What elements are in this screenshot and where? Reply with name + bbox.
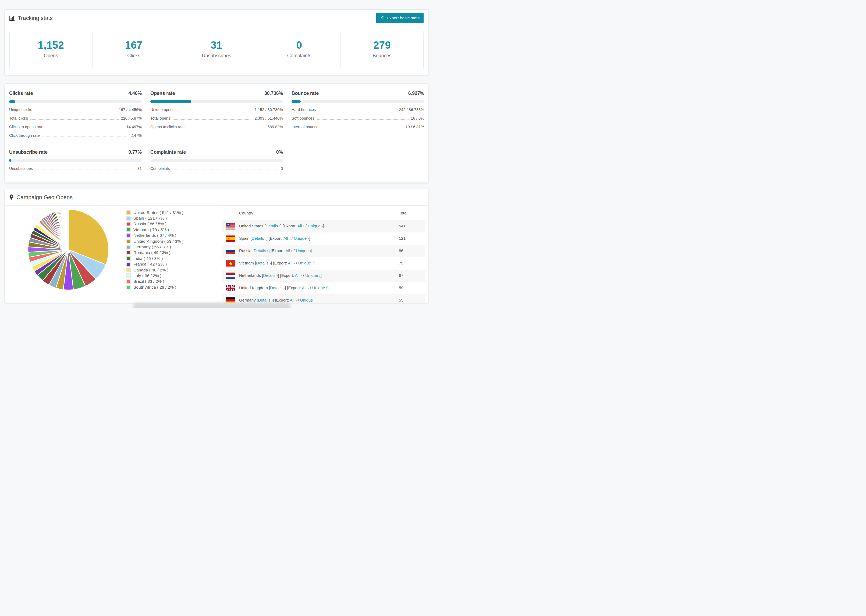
legend-swatch	[126, 216, 131, 221]
bracket-close: ]	[328, 285, 329, 290]
export-all-link[interactable]: All ›	[283, 236, 290, 240]
stat-cell-clicks: 167Clicks	[93, 32, 175, 69]
dotted-leader	[35, 111, 116, 111]
legend-swatch	[126, 273, 131, 278]
rate-percent: 6.927%	[408, 91, 424, 96]
total-value: 541	[399, 224, 406, 228]
gb-flag-icon	[226, 285, 235, 291]
tracking-stats-title-wrap: Tracking stats	[9, 15, 53, 21]
stat-row-value: 1,152 / 30.736%	[254, 107, 283, 112]
geo-table-body: United States [Details ›] [Export: All ›…	[222, 220, 425, 303]
legend-label: Netherlands ( 67 / 4% )	[134, 233, 176, 238]
country-name: United Kingdom [	[239, 285, 270, 290]
geo-table-row-united-kingdom: United Kingdom [Details ›] [Export: All …	[222, 282, 425, 294]
bracket-close: ]	[309, 236, 310, 240]
us-flag-icon	[226, 223, 235, 229]
total-value: 59	[399, 285, 403, 290]
total-value: 121	[399, 236, 406, 240]
map-pin-icon	[9, 194, 13, 200]
geo-table: Country Total United States [Details ›] …	[222, 206, 425, 303]
country-name: Vietnam [	[239, 261, 256, 265]
stat-label: Complaints	[258, 53, 340, 58]
export-button-label: Export basic stats	[387, 16, 420, 20]
rate-block-opens-rate: Opens rate30.736%Unique opens1,152 / 30.…	[150, 91, 283, 138]
stat-cell-bounces: 279Bounces	[341, 32, 423, 69]
rate-stat-row: Hard bounces242 / 86.738%	[291, 107, 424, 112]
legend-label: Russia ( 86 / 5% )	[134, 222, 167, 226]
export-basic-stats-button[interactable]: Export basic stats	[376, 13, 424, 23]
stat-row-value: 2,303 / 61.446%	[254, 116, 283, 120]
geo-table-row-vietnam: Vietnam [Details ›] [Export: All › / Uni…	[222, 257, 425, 270]
export-all-link[interactable]: All ›	[286, 248, 293, 253]
export-unique-link[interactable]: Unique ›	[300, 298, 315, 302]
rate-progress-track	[9, 159, 142, 162]
country-name: Russia [	[239, 248, 254, 253]
legend-swatch	[126, 239, 131, 244]
dotted-leader	[177, 111, 252, 111]
rate-percent: 0%	[276, 149, 283, 155]
legend-item-vietnam: Vietnam ( 79 / 5% )	[126, 227, 183, 233]
rate-stat-row: Total opens2,303 / 61.446%	[150, 116, 283, 120]
export-all-link[interactable]: All ›	[302, 285, 309, 290]
stat-label: Bounces	[341, 53, 423, 58]
details-link[interactable]: Details ›	[254, 248, 268, 253]
export-all-link[interactable]: All ›	[288, 261, 295, 265]
pie-slice	[68, 209, 68, 250]
legend-item-india: India ( 46 / 3% )	[126, 256, 183, 261]
rate-title: Clicks rate	[9, 91, 33, 96]
export-unique-link[interactable]: Unique ›	[298, 261, 313, 265]
dotted-leader	[35, 170, 135, 170]
bracket-close: ]	[313, 261, 315, 265]
geo-opens-card: Campaign Geo Opens United States ( 541 /…	[5, 189, 428, 303]
details-link[interactable]: Details ›	[252, 236, 266, 240]
legend-swatch	[126, 227, 131, 232]
stat-row-label: Soft bounces	[291, 116, 314, 120]
details-link[interactable]: Details ›	[256, 261, 271, 265]
legend-label: France ( 42 / 2% )	[134, 262, 167, 267]
rate-title: Complaints rate	[150, 149, 186, 155]
geo-table-row-spain: Spain [Details ›] [Export: All › / Uniqu…	[222, 233, 425, 245]
rate-stat-row: Click through rate4.147%	[9, 133, 142, 138]
legend-swatch	[126, 233, 131, 238]
rate-progress-fill	[150, 100, 191, 103]
export-all-link[interactable]: All ›	[290, 298, 297, 302]
details-link[interactable]: Details ›	[265, 224, 280, 228]
export-unique-link[interactable]: Unique ›	[312, 285, 328, 290]
details-link[interactable]: Details ›	[263, 273, 278, 278]
dotted-leader	[46, 128, 124, 128]
stat-row-value: 18 / 0%	[411, 116, 424, 120]
vn-flag-icon	[226, 260, 235, 267]
stat-row-label: Unsubscribes	[9, 167, 33, 171]
export-unique-link[interactable]: Unique ›	[308, 224, 323, 228]
rate-stat-row: Unsubscribes31	[9, 167, 142, 171]
rate-percent: 4.46%	[128, 91, 142, 96]
stat-row-value: 220 / 5.87%	[121, 116, 142, 120]
export-unique-link[interactable]: Unique ›	[305, 273, 321, 278]
legend-swatch	[126, 222, 131, 226]
tracking-stats-header: Tracking stats Export basic stats	[5, 10, 428, 26]
legend-swatch	[126, 245, 131, 250]
stat-row-value: 689.82%	[268, 125, 283, 129]
details-link[interactable]: Details ›	[270, 285, 285, 290]
dotted-leader	[187, 128, 265, 128]
total-value: 86	[399, 248, 403, 253]
export-all-link[interactable]: All ›	[295, 273, 302, 278]
details-link[interactable]: Details ›	[258, 298, 273, 302]
legend-swatch	[126, 210, 131, 215]
export-all-link[interactable]: All ›	[298, 224, 304, 228]
stat-row-label: Total clicks	[9, 116, 28, 120]
stat-row-value: 14.497%	[126, 125, 142, 129]
stat-label: Opens	[10, 53, 92, 58]
export-unique-link[interactable]: Unique ›	[294, 236, 309, 240]
bracket-close: ]	[323, 224, 324, 228]
stat-row-value: 31	[137, 167, 142, 171]
country-name: Spain [	[239, 236, 252, 240]
stat-row-label: Clicks to opens rate	[9, 125, 43, 129]
legend-item-united-states: United States ( 541 / 31% )	[126, 210, 183, 215]
link-separator: /	[297, 298, 300, 302]
rate-block-bounce-rate: Bounce rate6.927%Hard bounces242 / 86.73…	[291, 91, 424, 138]
legend-label: Italy ( 36 / 2% )	[134, 273, 161, 278]
export-unique-link[interactable]: Unique ›	[296, 248, 311, 253]
legend-label: Spain ( 121 / 7% )	[134, 216, 167, 221]
stat-row-label: Unique opens	[150, 107, 175, 112]
